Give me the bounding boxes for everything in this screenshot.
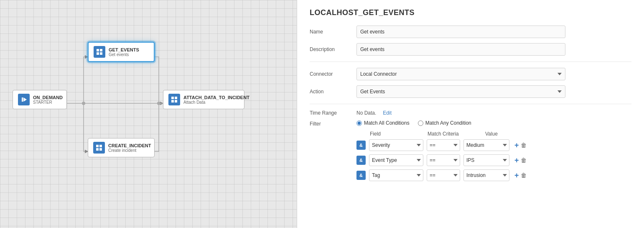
node-create-incident[interactable]: CREATE_INCIDENT Create incident <box>88 138 155 157</box>
attach-data-icon <box>168 94 180 105</box>
svg-rect-6 <box>97 52 99 55</box>
divider-1 <box>310 61 631 62</box>
node-get-events[interactable]: GET_EVENTS Get events <box>88 42 155 62</box>
match-any-option[interactable]: Match Any Condition <box>418 120 471 126</box>
filter-row: Filter Match All Conditions Match Any Co… <box>310 120 631 184</box>
properties-panel: LOCALHOST_GET_EVENTS Name Description Co… <box>297 0 644 228</box>
node-starter[interactable]: ON_DEMAND STARTER <box>13 90 67 109</box>
svg-rect-7 <box>100 52 102 55</box>
condition-badge-1: & <box>356 141 366 150</box>
workflow-canvas[interactable]: ON_DEMAND STARTER GET_EVENTS Get events … <box>0 0 297 228</box>
svg-rect-10 <box>171 100 174 102</box>
action-btns-3: + 🗑 <box>514 172 527 179</box>
filter-table-header: Field Match Criteria Value <box>356 131 631 137</box>
svg-point-3 <box>157 102 160 105</box>
delete-condition-btn-3[interactable]: 🗑 <box>521 172 527 179</box>
node-attach-data[interactable]: ATTACH_DATA_TO_INCIDENT Attach Data <box>163 90 244 109</box>
connector-label: Connector <box>310 71 351 77</box>
action-select[interactable]: Get Events <box>356 85 565 98</box>
starter-title: ON_DEMAND <box>33 95 63 100</box>
action-btns-2: + 🗑 <box>514 156 527 164</box>
col-field-header: Field <box>370 131 424 137</box>
condition-row-3: & Tag == Intrusion + 🗑 <box>356 169 631 181</box>
match-any-label: Match Any Condition <box>425 120 471 126</box>
value-select-1[interactable]: Medium <box>463 139 509 151</box>
action-label: Action <box>310 89 351 95</box>
action-row: Action Get Events <box>310 85 631 98</box>
description-row: Description <box>310 43 631 56</box>
filter-content: Match All Conditions Match Any Condition… <box>356 120 631 184</box>
add-condition-btn-3[interactable]: + <box>514 172 519 179</box>
get-events-subtitle: Get events <box>109 52 139 57</box>
starter-icon <box>18 94 30 105</box>
radio-group: Match All Conditions Match Any Condition <box>356 120 631 126</box>
svg-rect-12 <box>96 145 99 147</box>
match-all-label: Match All Conditions <box>364 120 410 126</box>
connections-overlay <box>0 0 297 228</box>
create-incident-icon <box>93 142 105 154</box>
condition-badge-2: & <box>356 156 366 165</box>
condition-row-1: & Severity == Medium + 🗑 <box>356 139 631 151</box>
value-select-3[interactable]: Intrusion <box>463 169 509 181</box>
description-label: Description <box>310 46 351 52</box>
condition-badge-3: & <box>356 171 366 180</box>
svg-rect-13 <box>99 145 102 147</box>
value-select-2[interactable]: IPS <box>463 154 509 166</box>
svg-rect-15 <box>99 148 102 151</box>
match-any-radio[interactable] <box>418 120 423 126</box>
time-range-label: Time Range <box>310 110 351 116</box>
col-value-header: Value <box>485 131 498 137</box>
time-range-edit-link[interactable]: Edit <box>383 110 392 116</box>
match-all-radio[interactable] <box>356 120 362 126</box>
filter-label: Filter <box>310 120 351 127</box>
attach-data-title: ATTACH_DATA_TO_INCIDENT <box>183 95 249 100</box>
time-range-row: Time Range No Data. Edit <box>310 110 631 116</box>
match-all-option[interactable]: Match All Conditions <box>356 120 410 126</box>
svg-rect-14 <box>96 148 99 151</box>
starter-subtitle: STARTER <box>33 100 63 105</box>
criteria-select-3[interactable]: == <box>427 169 460 181</box>
svg-rect-8 <box>171 97 174 99</box>
col-criteria-header: Match Criteria <box>428 131 482 137</box>
delete-condition-btn-1[interactable]: 🗑 <box>521 142 527 149</box>
panel-title: LOCALHOST_GET_EVENTS <box>310 8 631 17</box>
time-range-no-data: No Data. <box>356 110 376 116</box>
add-condition-btn-1[interactable]: + <box>514 141 519 149</box>
connector-select[interactable]: Local Connector <box>356 68 565 80</box>
criteria-select-2[interactable]: == <box>427 154 460 166</box>
svg-rect-5 <box>100 49 102 51</box>
action-btns-1: + 🗑 <box>514 141 527 149</box>
attach-data-subtitle: Attach Data <box>183 100 249 105</box>
create-incident-subtitle: Create incident <box>108 148 151 153</box>
get-events-icon <box>94 46 105 58</box>
name-row: Name <box>310 26 631 38</box>
svg-rect-9 <box>175 97 177 99</box>
delete-condition-btn-2[interactable]: 🗑 <box>521 157 527 164</box>
field-select-1[interactable]: Severity <box>369 139 423 151</box>
condition-row-2: & Event Type == IPS + 🗑 <box>356 154 631 166</box>
create-incident-title: CREATE_INCIDENT <box>108 143 151 148</box>
name-label: Name <box>310 29 351 35</box>
svg-point-2 <box>82 102 85 105</box>
field-select-3[interactable]: Tag <box>369 169 423 181</box>
criteria-select-1[interactable]: == <box>427 139 460 151</box>
get-events-title: GET_EVENTS <box>109 47 139 52</box>
name-input[interactable] <box>356 26 565 38</box>
svg-rect-4 <box>97 49 99 51</box>
connector-row: Connector Local Connector <box>310 68 631 80</box>
divider-2 <box>310 104 631 104</box>
field-select-2[interactable]: Event Type <box>369 154 423 166</box>
svg-rect-11 <box>175 100 177 102</box>
add-condition-btn-2[interactable]: + <box>514 156 519 164</box>
description-input[interactable] <box>356 43 565 56</box>
